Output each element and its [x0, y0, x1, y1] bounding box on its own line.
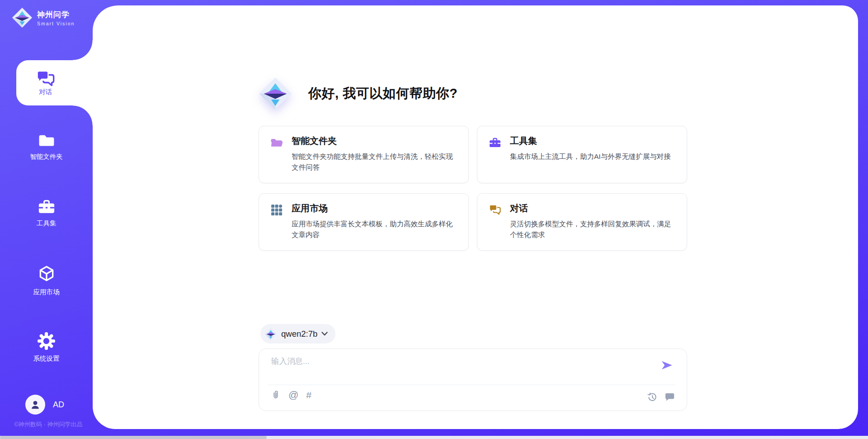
card-description: 智能文件夹功能支持批量文件上传与清洗，轻松实现文件问答	[292, 151, 457, 173]
scrollbar-thumb[interactable]	[0, 436, 267, 439]
card-title: 工具集	[510, 135, 671, 147]
greeting-hero: 你好, 我可以如何帮助你?	[259, 73, 458, 114]
greeting-title: 你好, 我可以如何帮助你?	[308, 85, 458, 103]
brand-logo-diamond-icon	[12, 7, 33, 28]
toolbox-icon	[489, 136, 501, 149]
gear-icon	[37, 332, 56, 350]
person-icon	[29, 399, 41, 410]
history-icon[interactable]	[647, 392, 657, 402]
sidebar-item-folders[interactable]: 智能文件夹	[0, 132, 93, 161]
sidebar-item-label: 对话	[39, 88, 52, 96]
brand-subtitle: Smart Vision	[37, 21, 75, 26]
sidebar-item-label: 应用市场	[33, 288, 60, 296]
card-toolset[interactable]: 工具集 集成市场上主流工具，助力AI与外界无缝扩展与对接	[477, 126, 687, 183]
model-name: qwen2:7b	[281, 329, 317, 339]
at-icon[interactable]: @	[288, 390, 298, 400]
sidebar-item-chat[interactable]: 对话	[16, 60, 93, 105]
card-title: 智能文件夹	[292, 135, 457, 147]
card-chat[interactable]: 对话 灵活切换多模型文件，支持多样回复效果调试，满足个性化需求	[477, 193, 687, 251]
chevron-down-icon	[321, 332, 328, 336]
folder-icon	[38, 132, 56, 148]
chat-bubbles-icon	[489, 204, 501, 216]
sidebar-item-label: 系统设置	[33, 354, 60, 363]
grid-icon	[270, 204, 283, 216]
user-profile[interactable]: AD	[25, 395, 64, 415]
avatar	[25, 395, 45, 415]
sidebar-item-tools[interactable]: 工具集	[0, 198, 93, 228]
paperclip-icon[interactable]	[271, 390, 281, 400]
toolbox-icon	[38, 198, 56, 215]
horizontal-scrollbar[interactable]	[0, 436, 868, 439]
message-input[interactable]	[268, 353, 652, 381]
chat-bubbles-icon	[36, 70, 56, 88]
sidebar-item-label: 智能文件夹	[30, 153, 63, 161]
card-description: 集成市场上主流工具，助力AI与外界无缝扩展与对接	[510, 151, 671, 162]
brand: 神州问学 Smart Vision	[12, 7, 75, 28]
feature-cards: 智能文件夹 智能文件夹功能支持批量文件上传与清洗，轻松实现文件问答 工具集 集成…	[259, 126, 687, 251]
brand-name: 神州问学	[37, 10, 75, 20]
cube-icon	[37, 265, 56, 284]
message-icon[interactable]	[664, 391, 675, 402]
message-composer: @ #	[259, 348, 687, 411]
main-panel: 你好, 我可以如何帮助你? 智能文件夹 智能文件夹功能支持批量文件上传与清洗，轻…	[93, 5, 858, 429]
card-title: 应用市场	[292, 202, 457, 215]
hash-icon[interactable]: #	[306, 390, 311, 400]
sidebar-item-market[interactable]: 应用市场	[0, 265, 93, 296]
card-description: 应用市场提供丰富长文本模板，助力高效生成多样化文章内容	[292, 219, 457, 241]
user-name: AD	[53, 400, 64, 410]
sidebar-item-label: 工具集	[37, 219, 57, 228]
card-description: 灵活切换多模型文件，支持多样回复效果调试，满足个性化需求	[510, 219, 675, 241]
card-smart-folder[interactable]: 智能文件夹 智能文件夹功能支持批量文件上传与清洗，轻松实现文件问答	[259, 126, 469, 183]
model-selector[interactable]: qwen2:7b	[260, 324, 335, 344]
model-diamond-icon	[264, 328, 277, 340]
assistant-diamond-icon	[259, 77, 292, 110]
card-title: 对话	[510, 202, 675, 215]
card-app-market[interactable]: 应用市场 应用市场提供丰富长文本模板，助力高效生成多样化文章内容	[259, 193, 469, 251]
composer-divider	[268, 385, 675, 385]
sidebar-item-settings[interactable]: 系统设置	[0, 332, 93, 363]
folder-open-icon	[270, 136, 283, 149]
send-icon[interactable]	[660, 359, 673, 372]
copyright-footer: ©神州数码 · 神州问学出品	[5, 420, 91, 429]
